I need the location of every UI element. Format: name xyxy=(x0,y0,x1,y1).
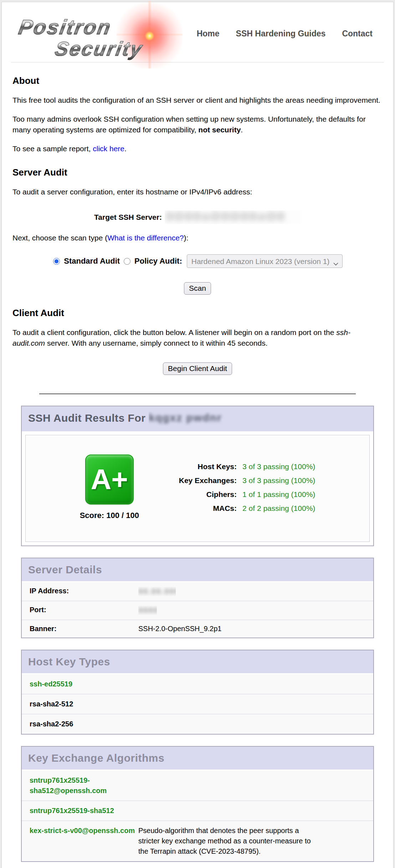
kex-algorithm-name: sntrup761x25519-sha512 xyxy=(30,806,138,816)
target-server-redacted-value: 0O00oO0O00oO0 xyxy=(166,210,286,223)
client-audit-paragraph: To audit a client configuration, click t… xyxy=(12,327,383,348)
page: Positron Security Home SSH Hardening Gui… xyxy=(0,0,395,868)
host-key-name: rsa-sha2-256 xyxy=(30,719,138,729)
client-audit-title: Client Audit xyxy=(12,308,383,319)
policy-audit-label: Policy Audit: xyxy=(134,257,182,266)
server-details-body: IP Address: 00.00.000.00 Port: 0000 Bann… xyxy=(22,581,373,638)
ciphers-label: Ciphers: xyxy=(169,490,242,499)
scan-type-line: Next, choose the scan type (What is the … xyxy=(12,233,383,243)
list-item: kex-strict-s-v00@openssh.com Pseudo-algo… xyxy=(22,821,373,861)
key-exchange-panel: Key Exchange Algorithms sntrup761x25519-… xyxy=(21,746,374,862)
sample-report-link[interactable]: click here xyxy=(93,144,124,153)
macs-value: 2 of 2 passing (100%) xyxy=(242,504,315,513)
kex-algorithm-name: sntrup761x25519-sha512@openssh.com xyxy=(30,775,138,796)
results-inner-box: A+ Score: 100 / 100 Host Keys: 3 of 3 pa… xyxy=(25,435,370,542)
list-item: rsa-sha2-256 xyxy=(22,714,373,734)
stats-row-host-keys: Host Keys: 3 of 3 passing (100%) xyxy=(169,462,315,471)
standard-audit-label: Standard Audit xyxy=(64,257,120,266)
begin-client-audit-button[interactable]: Begin Client Audit xyxy=(163,362,232,375)
target-server-row: Target SSH Server: 0O00oO0O00oO0 xyxy=(11,210,384,224)
host-key-name: ssh-ed25519 xyxy=(30,679,138,689)
host-keys-value: 3 of 3 passing (100%) xyxy=(242,462,315,471)
server-audit-title: Server Audit xyxy=(12,167,383,178)
standard-audit-radio[interactable] xyxy=(53,258,60,265)
nav-contact[interactable]: Contact xyxy=(342,29,373,39)
sample-report-text: To see a sample report, xyxy=(12,144,93,153)
target-server-label: Target SSH Server: xyxy=(94,213,162,222)
kex-algorithm-description: Pseudo-algorithm that denotes the peer s… xyxy=(138,826,318,857)
ip-address-label: IP Address: xyxy=(30,587,138,595)
server-details-panel: Server Details IP Address: 00.00.000.00 … xyxy=(21,558,374,638)
ssh-audit-results-panel: SSH Audit Results For kqgxz pwdnr A+ Sco… xyxy=(21,406,374,546)
results-hostname-redacted: kqgxz pwdnr xyxy=(149,412,234,426)
about-paragraph-3: To see a sample report, click here. xyxy=(12,143,383,154)
server-details-header: Server Details xyxy=(22,558,373,581)
grade-letter: A+ xyxy=(91,463,128,496)
scan-button-row: Scan xyxy=(11,282,384,295)
grade-column: A+ Score: 100 / 100 xyxy=(80,455,139,520)
banner-value: SSH-2.0-OpenSSH_9.2p1 xyxy=(138,625,221,633)
banner-label: Banner: xyxy=(30,625,138,633)
main-nav: Home SSH Hardening Guides Contact xyxy=(197,29,383,39)
results-divider xyxy=(39,394,356,394)
list-item: sntrup761x25519-sha512@openssh.com xyxy=(22,771,373,801)
stats-row-ciphers: Ciphers: 1 of 1 passing (100%) xyxy=(169,490,315,499)
stats-row-key-exchanges: Key Exchanges: 3 of 3 passing (100%) xyxy=(169,476,315,485)
stats-row-macs: MACs: 2 of 2 passing (100%) xyxy=(169,504,315,513)
about-paragraph-2: Too many admins overlook SSH configurati… xyxy=(12,114,383,135)
about-p2-bold: not security xyxy=(198,126,241,134)
scan-type-prefix: Next, choose the scan type ( xyxy=(12,234,107,242)
results-stats: Host Keys: 3 of 3 passing (100%) Key Exc… xyxy=(169,457,315,518)
logo-text-line2: Security xyxy=(53,37,144,60)
policy-select-wrap: Hardened Amazon Linux 2023 (version 1) xyxy=(187,254,343,268)
sample-report-suffix: . xyxy=(124,144,127,153)
port-redacted-value: 0000 xyxy=(138,606,157,615)
main-content-card: Positron Security Home SSH Hardening Gui… xyxy=(1,2,394,868)
nav-ssh-hardening-guides[interactable]: SSH Hardening Guides xyxy=(236,29,326,39)
host-keys-label: Host Keys: xyxy=(169,462,242,471)
kex-algorithm-name: kex-strict-s-v00@openssh.com xyxy=(30,826,138,836)
client-audit-text-1: To audit a client configuration, click t… xyxy=(12,328,336,336)
scan-type-suffix: ): xyxy=(184,234,189,242)
logo-text-line1: Positron xyxy=(17,15,113,39)
list-item: sntrup761x25519-sha512 xyxy=(22,801,373,821)
host-key-types-body: ssh-ed25519 rsa-sha2-512 rsa-sha2-256 xyxy=(22,673,373,734)
about-title: About xyxy=(12,75,383,86)
ciphers-value: 1 of 1 passing (100%) xyxy=(242,490,315,499)
key-exchanges-value: 3 of 3 passing (100%) xyxy=(242,476,315,485)
scan-type-row: Standard Audit Policy Audit: Hardened Am… xyxy=(11,254,384,268)
server-audit-instructions: To audit a server configuration, enter i… xyxy=(12,187,383,197)
table-row: IP Address: 00.00.000.00 xyxy=(22,582,373,601)
target-server-input[interactable]: 0O00oO0O00oO0 xyxy=(165,210,301,224)
results-title-prefix: SSH Audit Results For xyxy=(28,412,149,424)
host-key-types-header: Host Key Types xyxy=(22,650,373,673)
about-paragraph-1: This free tool audits the configuration … xyxy=(12,95,383,105)
host-key-types-panel: Host Key Types ssh-ed25519 rsa-sha2-512 … xyxy=(21,650,374,735)
list-item: rsa-sha2-512 xyxy=(22,694,373,714)
about-p2-text: Too many admins overlook SSH configurati… xyxy=(12,115,366,133)
client-audit-text-2: server. With any username, simply connec… xyxy=(45,339,267,347)
list-item: ssh-ed25519 xyxy=(22,674,373,694)
results-body: A+ Score: 100 / 100 Host Keys: 3 of 3 pa… xyxy=(22,431,373,545)
table-row: Port: 0000 xyxy=(22,601,373,620)
key-exchanges-label: Key Exchanges: xyxy=(169,476,242,485)
begin-client-audit-row: Begin Client Audit xyxy=(11,362,384,375)
port-label: Port: xyxy=(30,606,138,614)
ip-address-redacted-value: 00.00.000.00 xyxy=(138,587,176,596)
key-exchange-header: Key Exchange Algorithms xyxy=(22,747,373,770)
policy-select[interactable]: Hardened Amazon Linux 2023 (version 1) xyxy=(187,254,343,268)
macs-label: MACs: xyxy=(169,504,242,513)
scan-button[interactable]: Scan xyxy=(184,282,211,295)
about-p2-suffix: . xyxy=(241,126,243,134)
site-header: Positron Security Home SSH Hardening Gui… xyxy=(11,8,384,62)
results-panel-header: SSH Audit Results For kqgxz pwdnr xyxy=(22,406,373,431)
scan-type-difference-link[interactable]: What is the difference? xyxy=(107,234,184,242)
policy-audit-radio[interactable] xyxy=(124,258,130,265)
grade-badge: A+ xyxy=(85,455,134,504)
table-row: Banner: SSH-2.0-OpenSSH_9.2p1 xyxy=(22,620,373,638)
host-key-name: rsa-sha2-512 xyxy=(30,699,138,709)
nav-home[interactable]: Home xyxy=(197,29,220,39)
score-line: Score: 100 / 100 xyxy=(80,511,139,520)
positron-security-logo[interactable]: Positron Security xyxy=(12,10,191,57)
key-exchange-body: sntrup761x25519-sha512@openssh.com sntru… xyxy=(22,770,373,861)
